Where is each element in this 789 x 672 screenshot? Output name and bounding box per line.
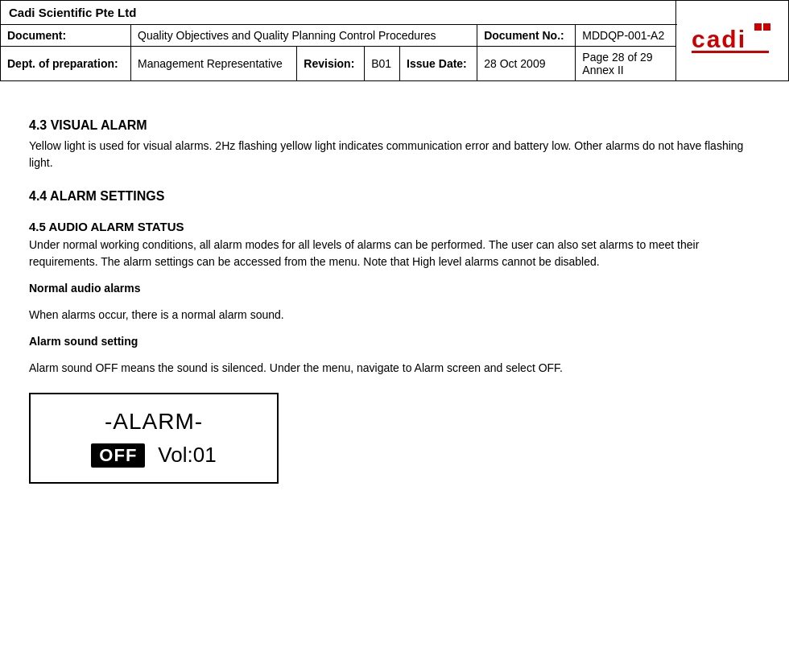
page-value: Page 28 of 29 Annex II	[576, 47, 676, 81]
off-badge: OFF	[91, 443, 145, 468]
alarm-sound-heading-text: Alarm sound setting	[29, 335, 138, 348]
revision-label: Revision:	[297, 47, 365, 81]
normal-audio-text: When alarms occur, there is a normal ala…	[29, 307, 760, 324]
alarm-title: -ALARM-	[47, 409, 261, 435]
alarm-row: OFF Vol:01	[47, 443, 261, 468]
normal-audio-heading-text: Normal audio alarms	[29, 282, 141, 295]
company-name: Cadi Scientific Pte Ltd	[1, 1, 676, 25]
issue-value: 28 Oct 2009	[477, 47, 576, 81]
section-44-heading: 4.4 ALARM SETTINGS	[29, 189, 760, 204]
main-content: 4.3 VISUAL ALARM Yellow light is used fo…	[0, 81, 789, 503]
section-43-heading: 4.3 VISUAL ALARM	[29, 118, 760, 133]
svg-rect-3	[763, 23, 770, 31]
logo-cell: cadi	[676, 1, 789, 81]
dept-label: Dept. of preparation:	[1, 47, 131, 81]
dept-value: Management Representative	[131, 47, 297, 81]
page-number: Page 28 of 29	[582, 51, 652, 64]
section-45-heading: 4.5 AUDIO ALARM STATUS	[29, 220, 760, 233]
docno-label: Document No.:	[477, 25, 576, 47]
annex-value: Annex II	[582, 64, 623, 76]
revision-value: B01	[365, 47, 400, 81]
svg-text:cadi: cadi	[692, 26, 746, 52]
svg-rect-2	[754, 23, 762, 31]
header-table: Cadi Scientific Pte Ltd cadi Document: Q…	[0, 0, 789, 81]
issue-label: Issue Date:	[400, 47, 477, 81]
alarm-display-box: -ALARM- OFF Vol:01	[29, 393, 279, 484]
doc-value: Quality Objectives and Quality Planning …	[131, 25, 477, 47]
vol-display: Vol:01	[158, 443, 216, 468]
normal-audio-heading: Normal audio alarms	[29, 280, 760, 297]
docno-value: MDDQP-001-A2	[576, 25, 676, 47]
alarm-sound-text: Alarm sound OFF means the sound is silen…	[29, 360, 760, 377]
section-45-text: Under normal working conditions, all ala…	[29, 237, 760, 270]
svg-rect-1	[692, 51, 769, 53]
alarm-sound-heading: Alarm sound setting	[29, 333, 760, 350]
cadi-logo-svg: cadi	[688, 20, 777, 59]
section-43-text: Yellow light is used for visual alarms. …	[29, 138, 760, 171]
doc-label: Document:	[1, 25, 131, 47]
